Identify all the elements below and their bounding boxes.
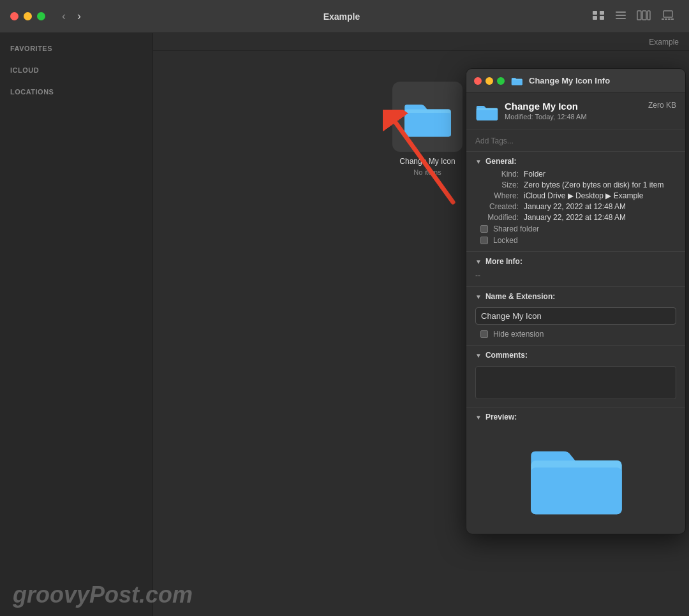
folder-sublabel: No items xyxy=(413,168,441,176)
icloud-label: iCloud xyxy=(0,62,152,77)
svg-rect-12 xyxy=(665,18,667,20)
modified-label: Modified: xyxy=(475,213,519,222)
comments-textarea[interactable] xyxy=(475,366,676,399)
maximize-button[interactable] xyxy=(37,12,45,20)
cover-view-button[interactable] xyxy=(657,8,679,26)
comments-chevron: ▼ xyxy=(475,352,482,359)
svg-rect-22 xyxy=(477,110,498,120)
info-traffic-lights xyxy=(474,77,505,85)
svg-rect-3 xyxy=(600,16,604,20)
size-row: Size: Zero bytes (Zero bytes on disk) fo… xyxy=(475,180,676,189)
locked-checkbox[interactable] xyxy=(480,237,488,244)
svg-rect-20 xyxy=(512,80,522,85)
locked-row: Locked xyxy=(480,236,676,245)
more-info-section: ▼ More Info: -- xyxy=(466,252,685,287)
minimize-button[interactable] xyxy=(24,12,32,20)
tags-input[interactable] xyxy=(475,136,676,145)
svg-rect-7 xyxy=(637,11,641,20)
sidebar: Favorites iCloud Locations xyxy=(0,33,153,616)
back-button[interactable]: ‹ xyxy=(58,8,70,24)
comments-header[interactable]: ▼ Comments: xyxy=(475,351,676,360)
kind-row: Kind: Folder xyxy=(475,170,676,179)
more-info-value: -- xyxy=(475,270,676,281)
column-view-button[interactable] xyxy=(633,8,655,26)
folder-item[interactable]: Change My Icon No items xyxy=(387,77,468,181)
general-section: ▼ General: Kind: Folder Size: Zero bytes… xyxy=(466,152,685,252)
grid-view-button[interactable] xyxy=(588,8,609,26)
svg-rect-1 xyxy=(600,11,604,15)
info-close-button[interactable] xyxy=(474,77,482,85)
svg-rect-5 xyxy=(616,15,626,16)
grid-icon xyxy=(592,10,605,20)
content-area: Example Change My Icon No items xyxy=(153,33,689,616)
general-section-header[interactable]: ▼ General: xyxy=(475,157,676,166)
general-title: General: xyxy=(485,157,517,166)
size-value: Zero bytes (Zero bytes on disk) for 1 it… xyxy=(524,180,676,189)
hide-extension-label: Hide extension xyxy=(493,330,544,339)
view-controls xyxy=(588,8,679,26)
traffic-lights xyxy=(10,12,45,20)
name-extension-chevron: ▼ xyxy=(475,293,482,300)
svg-rect-0 xyxy=(593,11,597,15)
size-label: Size: xyxy=(475,180,519,189)
window-title: Example xyxy=(95,11,588,22)
svg-rect-24 xyxy=(531,467,621,514)
shared-checkbox[interactable] xyxy=(480,225,488,233)
name-extension-section: ▼ Name & Extension: Hide extension xyxy=(466,287,685,346)
svg-rect-4 xyxy=(616,11,626,13)
finder-body: Favorites iCloud Locations Example xyxy=(0,33,689,616)
shared-row: Shared folder xyxy=(480,224,676,233)
comments-title: Comments: xyxy=(485,351,528,360)
info-header: Change My Icon Modified: Today, 12:48 AM… xyxy=(466,93,685,129)
finder-window: ‹ › Example xyxy=(0,0,689,616)
forward-button[interactable]: › xyxy=(73,8,85,24)
preview-chevron: ▼ xyxy=(475,414,482,421)
list-icon xyxy=(615,10,626,20)
preview-section: ▼ Preview: xyxy=(466,407,685,534)
info-size-text: Zero KB xyxy=(648,101,676,110)
svg-rect-8 xyxy=(642,11,646,20)
info-minimize-button[interactable] xyxy=(485,77,493,85)
svg-rect-10 xyxy=(663,11,672,17)
modified-value: January 22, 2022 at 12:48 AM xyxy=(524,213,676,222)
general-chevron: ▼ xyxy=(475,158,482,165)
svg-rect-6 xyxy=(616,18,626,19)
tags-field[interactable] xyxy=(466,129,685,152)
svg-rect-13 xyxy=(668,18,670,20)
folder-large-icon xyxy=(402,96,453,138)
name-extension-title: Name & Extension: xyxy=(485,292,555,301)
svg-rect-11 xyxy=(662,18,664,20)
info-maximize-button[interactable] xyxy=(497,77,505,85)
info-title-text: Change My Icon Info xyxy=(529,76,610,85)
more-info-header[interactable]: ▼ More Info: xyxy=(475,257,676,266)
folder-name: Change My Icon xyxy=(399,157,455,166)
info-panel: Change My Icon Info Change My Icon Modif… xyxy=(466,68,686,534)
list-view-button[interactable] xyxy=(611,8,630,26)
svg-rect-16 xyxy=(404,113,450,136)
favorites-label: Favorites xyxy=(0,41,152,55)
svg-rect-9 xyxy=(648,11,650,20)
where-row: Where: iCloud Drive ▶ Desktop ▶ Example xyxy=(475,191,676,200)
preview-folder-image xyxy=(475,428,676,524)
path-bar: Example xyxy=(153,33,689,51)
kind-value: Folder xyxy=(524,170,676,179)
preview-folder-icon xyxy=(526,434,625,517)
info-title-folder-icon xyxy=(511,76,522,85)
svg-rect-14 xyxy=(671,18,674,20)
cover-icon xyxy=(661,10,675,20)
preview-title: Preview: xyxy=(485,413,517,422)
close-button[interactable] xyxy=(10,12,19,20)
info-name-block: Change My Icon Modified: Today, 12:48 AM xyxy=(505,101,642,121)
name-extension-header[interactable]: ▼ Name & Extension: xyxy=(475,292,676,301)
name-input[interactable] xyxy=(475,307,676,325)
where-label: Where: xyxy=(475,191,519,200)
column-icon xyxy=(637,10,651,20)
svg-rect-2 xyxy=(593,16,597,20)
kind-label: Kind: xyxy=(475,170,519,179)
path-text: Example xyxy=(649,38,679,47)
preview-header[interactable]: ▼ Preview: xyxy=(475,413,676,422)
more-info-title: More Info: xyxy=(485,257,522,266)
hide-extension-checkbox[interactable] xyxy=(480,330,488,338)
created-label: Created: xyxy=(475,202,519,211)
info-header-folder-icon xyxy=(475,102,498,121)
